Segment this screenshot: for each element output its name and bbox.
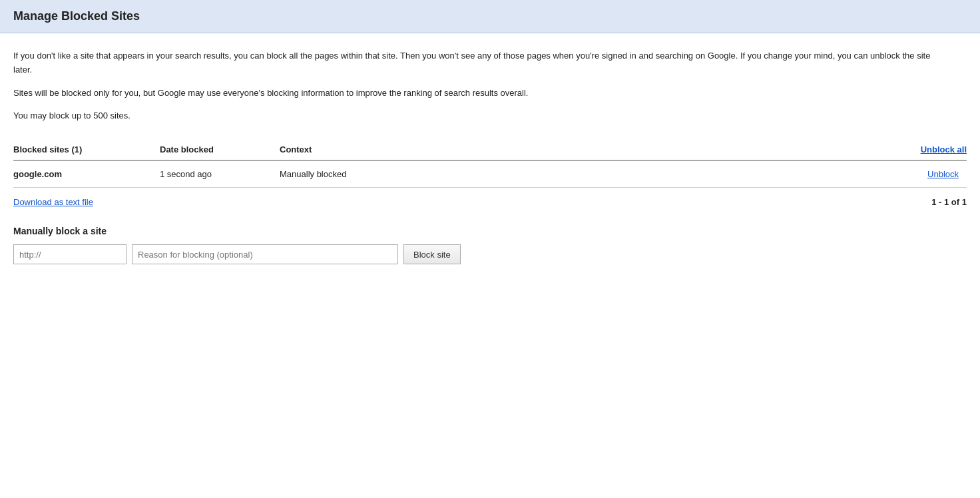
manually-block-title: Manually block a site [13,226,967,236]
download-text-file-link[interactable]: Download as text file [13,197,93,207]
reason-input[interactable] [132,244,398,264]
description-section: If you don't like a site that appears in… [13,49,945,123]
unblock-cell: Unblock [860,160,967,188]
description-paragraph-2: Sites will be blocked only for you, but … [13,87,945,101]
description-paragraph-3: You may block up to 500 sites. [13,109,945,123]
page-title: Manage Blocked Sites [13,9,967,23]
main-content: If you don't like a site that appears in… [0,33,980,278]
col-header-context: Context [280,139,860,160]
pagination-label: 1 - 1 of 1 [931,197,967,207]
unblock-all-link[interactable]: Unblock all [921,144,967,154]
url-input[interactable] [13,244,126,264]
date-blocked-cell: 1 second ago [160,160,280,188]
col-header-date-blocked: Date blocked [160,139,280,160]
unblock-link[interactable]: Unblock [927,169,959,179]
block-form: Block site [13,244,967,264]
context-cell: Manually blocked [280,160,860,188]
col-header-unblock-all: Unblock all [860,139,967,160]
manually-block-section: Manually block a site Block site [13,226,967,264]
col-header-blocked-sites: Blocked sites (1) [13,139,160,160]
page-header: Manage Blocked Sites [0,0,980,33]
blocked-sites-table: Blocked sites (1) Date blocked Context U… [13,139,967,188]
block-site-button[interactable]: Block site [403,244,461,264]
table-footer: Download as text file 1 - 1 of 1 [13,197,967,207]
table-row: google.com 1 second ago Manually blocked… [13,160,967,188]
site-name-cell: google.com [13,160,160,188]
description-paragraph-1: If you don't like a site that appears in… [13,49,945,77]
